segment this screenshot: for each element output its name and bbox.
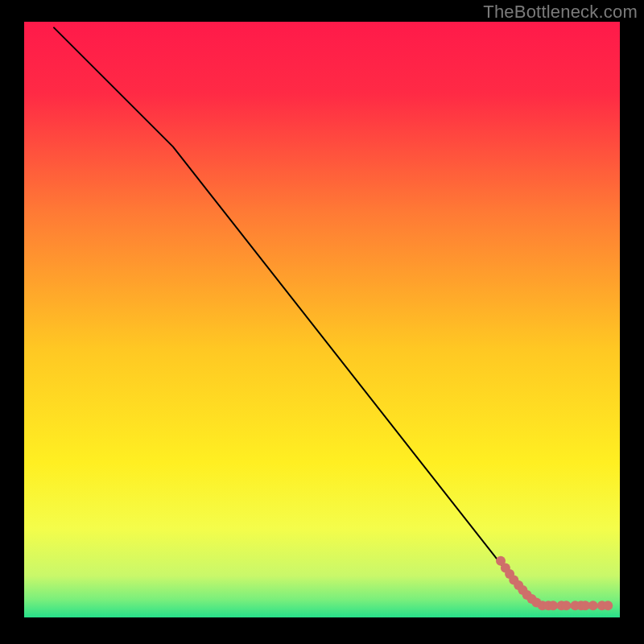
data-marker (603, 601, 613, 610)
chart-svg (24, 22, 620, 617)
plot-area (24, 22, 620, 617)
data-marker (561, 601, 571, 610)
data-marker (548, 601, 558, 610)
gradient-background (24, 22, 620, 617)
watermark-text: TheBottleneck.com (483, 2, 638, 23)
chart-frame: TheBottleneck.com (0, 0, 644, 644)
data-marker (588, 601, 598, 610)
